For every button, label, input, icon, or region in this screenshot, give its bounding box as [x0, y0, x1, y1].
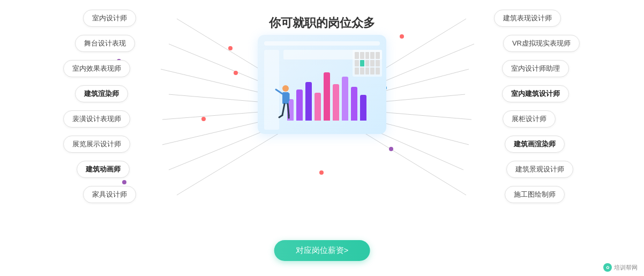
svg-point-18: [234, 71, 238, 75]
watermark: ✿ 培训帮网: [603, 263, 638, 272]
svg-point-20: [400, 34, 404, 39]
job-tag-right-8: 施工图绘制师: [505, 186, 565, 203]
watermark-text: 培训帮网: [614, 264, 638, 272]
job-tag-left-7: 建筑动画师: [77, 161, 130, 178]
svg-line-29: [282, 104, 284, 115]
job-tag-left-1: 室内设计师: [83, 10, 136, 27]
bar-8: [351, 87, 357, 121]
svg-line-30: [288, 104, 289, 115]
bar-9: [360, 95, 366, 121]
job-tag-right-5: 展柜设计师: [503, 110, 556, 128]
svg-rect-26: [282, 92, 289, 104]
svg-point-21: [201, 117, 206, 121]
bar-5: [324, 72, 330, 121]
ill-header-bar: [264, 41, 380, 46]
bar-chart: [287, 72, 366, 121]
job-tag-right-3: 室内设计师助理: [502, 60, 569, 77]
svg-point-16: [228, 46, 233, 50]
job-tag-left-4: 建筑渲染师: [75, 85, 128, 102]
svg-line-27: [276, 89, 282, 94]
ill-grid: [353, 50, 382, 77]
job-tag-right-2: VR虚拟现实表现师: [503, 35, 580, 52]
svg-line-31: [279, 115, 282, 117]
bar-4: [314, 93, 321, 121]
job-tag-right-7: 建筑景观设计师: [506, 161, 573, 178]
bar-3: [305, 82, 312, 121]
job-tag-left-8: 家具设计师: [83, 186, 136, 203]
main-container: 你可就职的岗位众多 室内设计师 舞台设计表现 室内效果表现师 建筑渲染师 裴潢设…: [0, 0, 644, 276]
page-title: 你可就职的岗位众多: [269, 15, 375, 31]
job-tag-left-2: 舞台设计表现: [75, 35, 135, 52]
watermark-icon: ✿: [603, 263, 612, 272]
svg-point-25: [282, 85, 289, 92]
job-tag-right-4: 室内建筑设计师: [502, 85, 569, 102]
person-figure: [273, 84, 290, 124]
svg-point-24: [122, 180, 126, 184]
center-illustration: [252, 35, 392, 153]
bar-7: [342, 77, 348, 121]
job-tag-left-3: 室内效果表现师: [63, 60, 130, 77]
job-tag-left-6: 展览展示设计师: [63, 136, 130, 153]
job-tag-right-6: 建筑画渲染师: [505, 136, 565, 153]
cta-salary-button[interactable]: 对应岗位薪资>: [274, 240, 370, 261]
svg-point-23: [319, 170, 324, 175]
job-tag-right-1: 建筑表现设计师: [494, 10, 561, 27]
illustration-bg: [258, 35, 386, 134]
bar-2: [296, 89, 303, 121]
bar-6: [333, 84, 339, 121]
job-tag-left-5: 裴潢设计表现师: [63, 110, 130, 128]
